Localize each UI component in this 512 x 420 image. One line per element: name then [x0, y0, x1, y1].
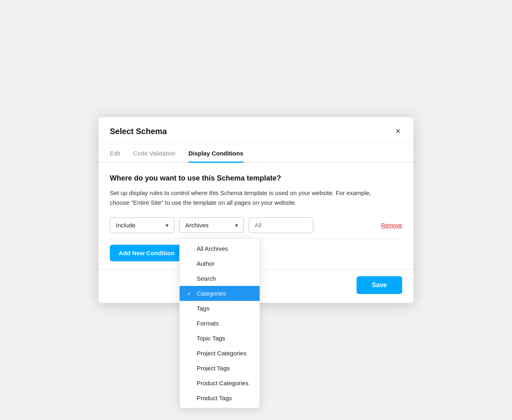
dropdown-label-all-archives: All Archives	[197, 245, 228, 252]
save-button[interactable]: Save	[357, 276, 402, 294]
dropdown-item-formats[interactable]: Formats	[180, 316, 260, 331]
dropdown-item-tags[interactable]: Tags	[180, 301, 260, 316]
section-heading: Where do you want to use this Schema tem…	[110, 174, 402, 183]
dropdown-label-search: Search	[197, 275, 216, 282]
dropdown-label-product-categories: Product Categories	[197, 380, 248, 386]
tab-code-validation[interactable]: Code Validation	[133, 144, 176, 163]
dropdown-item-project-categories[interactable]: Project Categories	[180, 346, 260, 361]
dropdown-label-categories: Categories	[197, 290, 226, 297]
all-input[interactable]	[249, 217, 313, 233]
archives-select[interactable]: Archives	[179, 217, 244, 233]
dropdown-label-author: Author	[197, 260, 214, 267]
remove-link[interactable]: Remove	[381, 222, 402, 229]
modal-header: Select Schema ×	[99, 117, 413, 144]
dropdown-item-topic-tags[interactable]: Topic Tags	[180, 331, 260, 346]
dropdown-item-categories[interactable]: ✓ Categories	[180, 286, 260, 301]
check-icon-categories: ✓	[187, 290, 193, 297]
section-description: Set up display rules to control where th…	[110, 188, 384, 208]
dropdown-item-product-categories[interactable]: Product Categories	[180, 376, 260, 391]
dropdown-label-project-tags: Project Tags	[197, 365, 230, 372]
dropdown-item-search[interactable]: Search	[180, 271, 260, 286]
archives-select-wrapper: Archives ▼ All Archives Author Sea	[179, 217, 244, 233]
condition-row: Include ▼ Archives ▼ All Archives	[110, 217, 402, 233]
dropdown-item-product-tags[interactable]: Product Tags	[180, 391, 260, 405]
modal-title: Select Schema	[110, 127, 167, 136]
close-button[interactable]: ×	[394, 125, 402, 137]
tab-display-conditions[interactable]: Display Conditions	[189, 144, 243, 163]
dropdown-label-product-tags: Product Tags	[197, 395, 232, 401]
tabs-bar: Edit Code Validation Display Conditions	[99, 144, 413, 163]
include-select-wrapper: Include ▼	[110, 217, 174, 233]
dropdown-item-all-archives[interactable]: All Archives	[180, 241, 260, 256]
tab-edit[interactable]: Edit	[110, 144, 120, 163]
modal-body: Where do you want to use this Schema tem…	[99, 163, 413, 269]
dropdown-label-topic-tags: Topic Tags	[197, 335, 225, 342]
dropdown-label-tags: Tags	[197, 305, 210, 312]
add-condition-button[interactable]: Add New Condition	[110, 245, 183, 261]
dropdown-item-project-tags[interactable]: Project Tags	[180, 361, 260, 376]
modal: Select Schema × Edit Code Validation Dis…	[99, 117, 413, 303]
include-select[interactable]: Include	[110, 217, 174, 233]
dropdown-label-formats: Formats	[197, 320, 219, 327]
dropdown-item-author[interactable]: Author	[180, 256, 260, 271]
dropdown-label-project-categories: Project Categories	[197, 350, 246, 357]
archives-dropdown-menu: All Archives Author Search ✓ Categories	[179, 238, 260, 408]
